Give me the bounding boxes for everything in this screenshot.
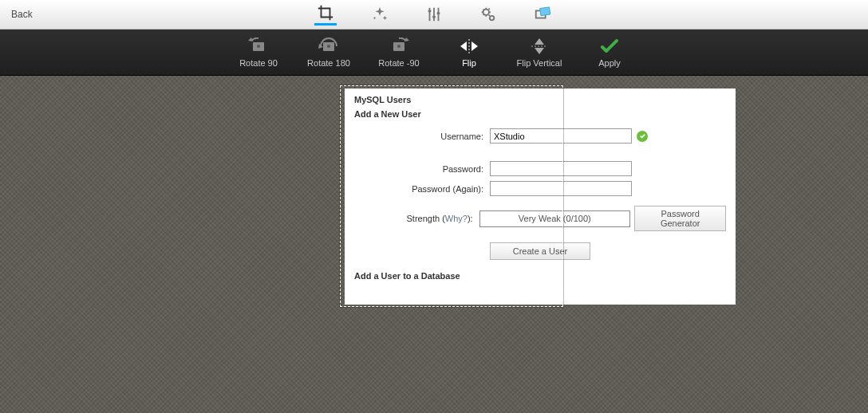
flip-icon: [459, 37, 479, 55]
top-toolbar: Back: [0, 0, 868, 30]
svg-marker-24: [535, 48, 544, 54]
svg-marker-20: [460, 41, 467, 51]
rotate-neg90-icon: [389, 37, 409, 55]
flip-vertical-icon: [529, 37, 550, 55]
flip-button[interactable]: Flip: [445, 37, 493, 68]
sliders-icon[interactable]: [423, 3, 445, 26]
svg-point-7: [490, 16, 495, 21]
rotate-180-label: Rotate 180: [307, 58, 350, 68]
rotate-neg90-button[interactable]: Rotate -90: [375, 37, 423, 68]
svg-point-14: [327, 45, 330, 48]
svg-rect-9: [540, 7, 550, 16]
rotate-90-icon: [248, 37, 269, 55]
svg-point-11: [257, 45, 260, 48]
apply-label: Apply: [598, 58, 621, 68]
apply-button[interactable]: Apply: [586, 37, 633, 68]
top-tool-group: [314, 0, 554, 29]
overlay-icon[interactable]: [531, 3, 554, 26]
sparkle-icon[interactable]: [369, 3, 391, 26]
rotate-180-icon: [318, 37, 339, 55]
username-label: Username:: [354, 132, 490, 141]
strength-label: Strength (Why?):: [354, 214, 479, 223]
password-label: Password:: [354, 164, 490, 174]
rotate-90-button[interactable]: Rotate 90: [235, 37, 282, 68]
create-user-button[interactable]: Create a User: [490, 242, 590, 260]
checkmark-icon: [599, 37, 620, 55]
ok-check-icon: [637, 131, 648, 142]
svg-point-17: [397, 45, 400, 48]
username-input[interactable]: [490, 128, 632, 144]
password2-label: Password (Again):: [354, 184, 490, 194]
svg-marker-23: [535, 38, 544, 45]
password2-input[interactable]: [490, 181, 632, 196]
svg-rect-5: [437, 12, 440, 14]
sub-toolbar: Rotate 90 Rotate 180 Rotate -90 Flip Fli…: [0, 30, 868, 76]
password-input[interactable]: [490, 161, 632, 176]
section-add-user-db: Add a User to a Database: [354, 271, 726, 281]
canvas-area[interactable]: MySQL Users Add a New User Username: Pas…: [0, 76, 868, 413]
back-button[interactable]: Back: [0, 0, 44, 29]
panel-subtitle: Add a New User: [354, 109, 726, 119]
password-generator-button[interactable]: Password Generator: [634, 206, 726, 231]
gears-icon[interactable]: [477, 3, 499, 26]
rotate-neg90-label: Rotate -90: [378, 58, 419, 68]
strength-why-link[interactable]: Why?: [445, 214, 468, 223]
svg-rect-3: [428, 10, 432, 13]
flip-vertical-label: Flip Vertical: [517, 58, 562, 68]
svg-rect-4: [432, 16, 436, 18]
content-panel: MySQL Users Add a New User Username: Pas…: [345, 88, 736, 305]
rotate-180-button[interactable]: Rotate 180: [305, 37, 353, 68]
flip-label: Flip: [462, 58, 476, 68]
panel-title: MySQL Users: [354, 95, 726, 104]
strength-meter: Very Weak (0/100): [479, 210, 630, 227]
crop-icon[interactable]: [314, 3, 337, 26]
svg-marker-21: [471, 41, 478, 51]
flip-vertical-button[interactable]: Flip Vertical: [515, 37, 563, 68]
rotate-90-label: Rotate 90: [239, 58, 278, 68]
